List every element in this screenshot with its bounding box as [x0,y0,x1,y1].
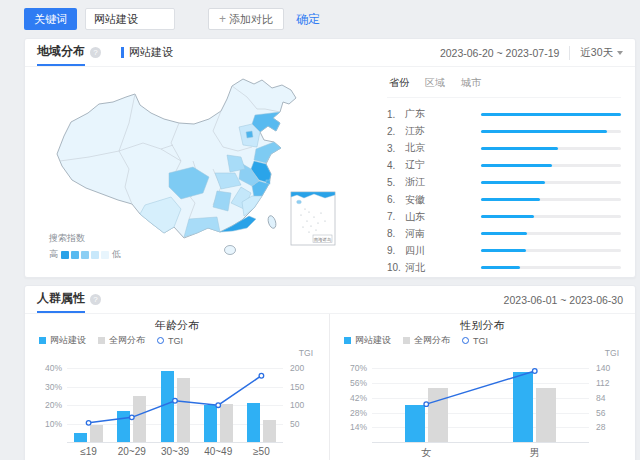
china-map-panel: 南海诸岛 搜索指数 高 低 [25,67,383,277]
ranking-bar-fill [481,266,520,269]
keyword-bar [247,403,260,442]
granularity-tab-1[interactable]: 省份 [389,76,409,90]
left-axis-tick: 14% [338,422,367,432]
tgi-swatch-icon [462,337,469,344]
map-scale-swatch [61,251,69,259]
keyword-bar [513,372,533,442]
legend-item-overall[interactable]: 全网分布 [403,334,450,347]
ranking-row: 5.浙江 [387,175,621,189]
x-axis-label: ≥50 [231,446,291,457]
caret-down-icon [617,51,623,55]
rank-number: 1. [387,109,405,120]
region-granularity-tabs: 省份区域城市 [387,71,621,98]
series-legend-keyword[interactable]: 网站建设 [121,45,173,60]
left-axis-tick: 70% [338,363,367,373]
ranking-bar-fill [481,215,534,218]
tgi-point [259,373,264,378]
info-icon[interactable]: ? [90,294,101,305]
page-content: 关键词 + 添加对比 确定 地域分布 ? 网站建设 2023-06-20 ~ 2… [24,0,636,460]
period-dropdown[interactable]: 近30天 [569,46,623,60]
gender-chart-title: 性别分布 [330,318,635,333]
map-scale-swatches [61,251,109,259]
ranking-bar-track [481,232,621,235]
rank-number: 9. [387,245,405,256]
right-axis-tick: 84 [596,393,605,403]
rank-number: 2. [387,126,405,137]
keyword-swatch-icon [39,337,46,344]
info-icon[interactable]: ? [90,47,101,58]
map-scale-swatch [91,251,99,259]
keyword-bar [74,433,87,442]
ranking-bar-track [481,147,621,150]
keyword-bar [405,405,425,442]
ranking-bar-fill [481,232,527,235]
ranking-bar-fill [481,130,607,133]
ranking-row: 10.河北 [387,261,621,275]
rank-number: 3. [387,143,405,154]
overall-bar [536,388,556,442]
right-axis-tick: 112 [596,378,610,388]
gridline [372,398,589,399]
legend-item-overall[interactable]: 全网分布 [98,334,145,347]
legend-item-keyword[interactable]: 网站建设 [39,334,86,347]
ranking-bar-track [481,113,621,116]
ranking-bar-track [481,130,621,133]
ranking-row: 3.北京 [387,141,621,155]
inset-label: 南海诸岛 [314,237,332,242]
right-axis-tick: 200 [290,363,304,373]
ranking-bar-track [481,164,621,167]
tab-audience-attributes[interactable]: 人群属性 [37,286,85,313]
x-axis-label: 男 [505,446,565,460]
legend-item-keyword[interactable]: 网站建设 [344,334,391,347]
keyword-button[interactable]: 关键词 [24,8,77,30]
ranking-row: 4.辽宁 [387,158,621,172]
region-date-range: 2023-06-20 ~ 2023-07-19 [440,47,559,59]
rank-number: 8. [387,228,405,239]
overall-bar [133,396,146,442]
period-label: 近30天 [580,46,613,60]
region-card-header: 地域分布 ? 网站建设 2023-06-20 ~ 2023-07-19 近30天 [25,39,635,67]
province-name: 辽宁 [405,158,481,172]
right-axis-tick: 140 [596,363,610,373]
tab-region-distribution[interactable]: 地域分布 [37,39,85,66]
ranking-bar-track [481,266,621,269]
province-name: 河南 [405,227,481,241]
province-ranking-panel: 省份区域城市 1.广东2.江苏3.北京4.辽宁5.浙江6.安徽7.山东8.河南9… [383,67,635,277]
keyword-input[interactable] [85,8,175,30]
gridline [67,387,283,388]
ranking-bar-track [481,198,621,201]
granularity-tab-3[interactable]: 城市 [461,76,481,90]
map-legend-high: 高 [49,248,58,261]
series-legend-label: 网站建设 [129,45,173,60]
ranking-bar-fill [481,164,552,167]
right-axis-tick: 56 [596,408,605,418]
region-header-right: 2023-06-20 ~ 2023-07-19 近30天 [440,46,623,60]
gridline [372,368,589,369]
rank-number: 4. [387,160,405,171]
overall-swatch-icon [403,337,410,344]
right-axis-tick: 100 [290,400,304,410]
ranking-row: 6.安徽 [387,193,621,207]
left-axis-tick: 42% [338,393,367,403]
keyword-bar [161,371,174,442]
gender-distribution-chart: 性别分布 网站建设 全网分布 TGI TGI 14%2828%5642% [330,314,635,460]
ranking-row: 2.江苏 [387,124,621,138]
granularity-tab-2[interactable]: 区域 [425,76,445,90]
age-chart-legend: 网站建设 全网分布 TGI [25,333,329,347]
add-compare-button[interactable]: + 添加对比 [208,8,284,30]
province-name: 江苏 [405,124,481,138]
confirm-link[interactable]: 确定 [296,11,320,28]
left-axis-tick: 10% [33,419,62,429]
left-axis-tick: 20% [33,400,62,410]
age-chart-canvas: TGI 10%5020%10030%15040%200≤1920~2930~39… [33,348,321,460]
overall-bar [428,388,448,442]
overall-bar [90,425,103,442]
legend-item-tgi[interactable]: TGI [157,336,183,346]
province-name: 北京 [405,141,481,155]
add-compare-label: 添加对比 [229,12,273,27]
ranking-bar-fill [481,113,621,116]
ranking-bar-fill [481,181,545,184]
province-name: 河北 [405,261,481,275]
audience-date-range: 2023-06-01 ~ 2023-06-30 [504,294,623,306]
legend-item-tgi[interactable]: TGI [462,336,488,346]
